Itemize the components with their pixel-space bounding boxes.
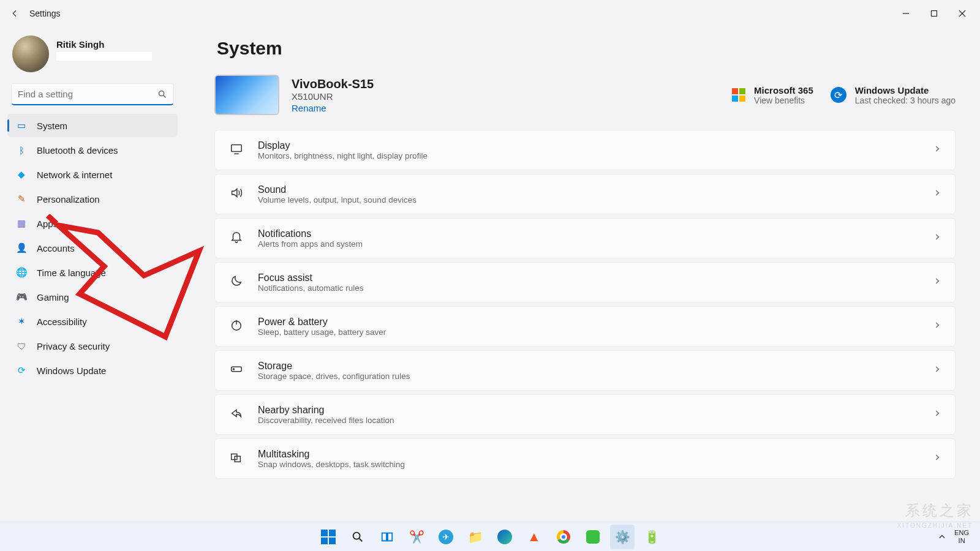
setting-display[interactable]: Display Monitors, brightness, night ligh… — [214, 130, 956, 170]
sidebar-item-label: System — [37, 121, 67, 131]
titlebar: Settings — [0, 0, 980, 27]
sidebar-item-bluetooth[interactable]: ᛒ Bluetooth & devices — [7, 138, 178, 162]
search-box[interactable] — [11, 83, 174, 105]
sidebar-item-label: Time & language — [37, 268, 106, 278]
svg-point-5 — [233, 369, 235, 370]
bluetooth-icon: ᛒ — [16, 144, 27, 156]
setting-title: Notifications — [258, 228, 363, 239]
setting-notifications[interactable]: Notifications Alerts from apps and syste… — [214, 218, 956, 258]
ms365-card[interactable]: Microsoft 365 View benefits — [732, 85, 813, 105]
ms365-sub: View benefits — [754, 96, 813, 105]
system-icon: ▭ — [16, 120, 27, 131]
sidebar-item-personalization[interactable]: ✎ Personalization — [7, 187, 178, 211]
start-button[interactable] — [316, 525, 341, 549]
sidebar-item-accessibility[interactable]: ✶ Accessibility — [7, 310, 178, 333]
rename-link[interactable]: Rename — [292, 103, 374, 113]
brush-icon: ✎ — [16, 193, 27, 204]
windows-update-card[interactable]: ⟳ Windows Update Last checked: 3 hours a… — [831, 85, 956, 105]
main-content: System VivoBook-S15 X510UNR Rename Micro… — [190, 27, 980, 522]
svg-rect-2 — [232, 145, 242, 152]
taskbar-app-settings[interactable]: ⚙️ — [610, 525, 635, 549]
sidebar-item-privacy[interactable]: 🛡 Privacy & security — [7, 334, 178, 358]
sidebar-item-label: Network & internet — [37, 170, 112, 180]
window-title: Settings — [29, 9, 61, 18]
globe-icon: 🌐 — [16, 267, 27, 278]
setting-sub: Monitors, brightness, night light, displ… — [258, 151, 428, 160]
tray-chevron-up-icon[interactable] — [935, 530, 949, 544]
svg-point-1 — [159, 91, 164, 96]
maximize-button[interactable] — [920, 4, 948, 23]
taskbar-app-line[interactable] — [581, 525, 605, 549]
taskbar-app-explorer[interactable]: 📁 — [463, 525, 488, 549]
sidebar-item-label: Apps — [37, 219, 58, 229]
sidebar-item-accounts[interactable]: 👤 Accounts — [7, 236, 178, 260]
setting-power[interactable]: Power & battery Sleep, battery usage, ba… — [214, 306, 956, 347]
setting-title: Storage — [258, 361, 410, 372]
update-icon: ⟳ — [16, 365, 27, 376]
device-name: VivoBook-S15 — [292, 77, 374, 91]
setting-focus-assist[interactable]: Focus assist Notifications, automatic ru… — [214, 262, 956, 302]
sidebar-item-gaming[interactable]: 🎮 Gaming — [7, 285, 178, 309]
sound-icon — [228, 186, 244, 202]
display-icon — [228, 142, 244, 158]
ms365-title: Microsoft 365 — [754, 85, 813, 96]
sidebar-item-label: Privacy & security — [37, 341, 110, 351]
share-icon — [228, 407, 244, 422]
device-model: X510UNR — [292, 91, 374, 102]
setting-title: Sound — [258, 184, 417, 195]
setting-multitasking[interactable]: Multitasking Snap windows, desktops, tas… — [214, 438, 956, 479]
svg-rect-7 — [235, 456, 240, 462]
setting-title: Multitasking — [258, 449, 405, 460]
sidebar-item-system[interactable]: ▭ System — [7, 114, 178, 137]
sidebar-item-label: Accounts — [37, 243, 75, 253]
taskbar-app-battery[interactable]: 🔋 — [639, 525, 664, 549]
watermark: 系统之家 — [905, 501, 974, 520]
sidebar: Ritik Singh ▭ System ᛒ Bluetooth & devic… — [0, 27, 190, 522]
taskbar-app-brave[interactable]: ▲ — [522, 525, 546, 549]
search-input[interactable] — [18, 89, 157, 99]
taskbar-app-chrome[interactable] — [551, 525, 576, 549]
setting-sub: Alerts from apps and system — [258, 239, 363, 249]
svg-rect-10 — [388, 533, 392, 541]
close-button[interactable] — [948, 4, 976, 23]
accessibility-icon: ✶ — [16, 316, 27, 327]
profile-block[interactable]: Ritik Singh — [2, 32, 183, 83]
sidebar-item-windows-update[interactable]: ⟳ Windows Update — [7, 359, 178, 382]
sidebar-item-label: Bluetooth & devices — [37, 145, 118, 156]
profile-name: Ritik Singh — [56, 39, 152, 50]
language-indicator[interactable]: ENG IN — [954, 529, 969, 544]
svg-point-8 — [353, 532, 360, 539]
chevron-right-icon — [933, 189, 941, 200]
setting-sub: Notifications, automatic rules — [258, 283, 364, 293]
sidebar-nav: ▭ System ᛒ Bluetooth & devices ◆ Network… — [2, 114, 183, 382]
settings-list: Display Monitors, brightness, night ligh… — [214, 130, 956, 479]
microsoft-logo-icon — [732, 88, 745, 102]
minimize-button[interactable] — [892, 4, 920, 23]
chevron-right-icon — [933, 233, 941, 244]
setting-sound[interactable]: Sound Volume levels, output, input, soun… — [214, 174, 956, 214]
taskbar-app-edge[interactable] — [492, 525, 517, 549]
moon-icon — [228, 274, 244, 290]
setting-nearby-sharing[interactable]: Nearby sharing Discoverability, received… — [214, 394, 956, 435]
taskbar-app-telegram[interactable]: ✈ — [434, 525, 458, 549]
avatar — [12, 36, 49, 72]
setting-title: Power & battery — [258, 317, 386, 328]
taskbar-app-snip[interactable]: ✂️ — [404, 525, 429, 549]
sidebar-item-label: Gaming — [37, 292, 69, 302]
setting-title: Display — [258, 140, 428, 151]
bell-icon — [228, 230, 244, 246]
sidebar-item-apps[interactable]: ▦ Apps — [7, 212, 178, 235]
windows-update-icon: ⟳ — [831, 87, 846, 103]
sidebar-item-label: Windows Update — [37, 365, 106, 376]
setting-sub: Discoverability, received files location — [258, 416, 394, 425]
setting-sub: Sleep, battery usage, battery saver — [258, 328, 386, 337]
search-icon — [157, 89, 167, 99]
back-button[interactable] — [4, 2, 26, 24]
setting-storage[interactable]: Storage Storage space, drives, configura… — [214, 350, 956, 391]
sidebar-item-time-language[interactable]: 🌐 Time & language — [7, 261, 178, 284]
taskbar-search-icon[interactable] — [345, 525, 370, 549]
chevron-right-icon — [933, 365, 941, 376]
task-view-icon[interactable] — [375, 525, 399, 549]
watermark-sub: XITONGZHIJIA.NET — [897, 522, 973, 529]
sidebar-item-network[interactable]: ◆ Network & internet — [7, 163, 178, 186]
